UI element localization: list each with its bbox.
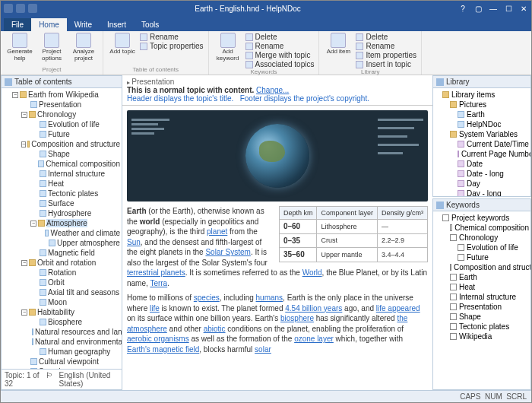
rename-keyword-button[interactable]: Rename: [245, 42, 315, 50]
keyword-item[interactable]: Evolution of life: [458, 243, 529, 252]
tab-file[interactable]: File: [4, 18, 31, 31]
checkbox[interactable]: [450, 313, 457, 320]
tree-node[interactable]: Upper atmosphere: [40, 238, 120, 248]
link-magnetic[interactable]: Earth's magnetic field: [127, 345, 199, 354]
tree-node[interactable]: Day: [458, 179, 529, 189]
keyword-item[interactable]: Shape: [450, 312, 529, 322]
keyword-item[interactable]: Heat: [450, 282, 529, 292]
expand-toggle-icon[interactable]: −: [21, 260, 27, 266]
keyword-item[interactable]: Chronology: [450, 233, 529, 243]
expand-toggle-icon[interactable]: −: [30, 221, 36, 227]
associated-topics-button[interactable]: Associated topics: [245, 60, 315, 68]
tree-node[interactable]: Natural and environmental hazards: [30, 337, 120, 347]
tree-root[interactable]: −Earth from Wikipedia: [12, 90, 120, 100]
project-options-button[interactable]: Project options: [37, 33, 66, 62]
tree-node[interactable]: Natural resources and land use: [30, 327, 120, 337]
tree-node[interactable]: Heat: [30, 179, 120, 189]
tree-root[interactable]: Library items: [442, 90, 529, 100]
tab-write[interactable]: Write: [67, 18, 100, 31]
link-life-appeared[interactable]: life appeared: [376, 304, 420, 313]
checkbox[interactable]: [450, 323, 457, 330]
link-life[interactable]: life: [150, 304, 160, 313]
expand-toggle-icon[interactable]: −: [21, 112, 27, 118]
checkbox[interactable]: [458, 244, 464, 251]
qat-save-icon[interactable]: [16, 4, 25, 13]
keyword-item[interactable]: Wikipedia: [450, 332, 529, 341]
tree-node[interactable]: Moon: [30, 297, 120, 307]
add-keyword-button[interactable]: Add keyword: [214, 33, 242, 68]
expand-toggle-icon[interactable]: −: [12, 92, 18, 98]
checkbox[interactable]: [450, 224, 452, 231]
checkbox[interactable]: [450, 274, 457, 281]
link-terrestrial[interactable]: terrestrial planets: [127, 268, 185, 277]
tab-tools[interactable]: Tools: [134, 18, 166, 31]
link-solar[interactable]: solar: [255, 345, 271, 354]
tree-node[interactable]: Orbit: [30, 278, 120, 287]
delete-item-button[interactable]: Delete: [356, 33, 416, 41]
maximize-icon[interactable]: ☐: [504, 4, 513, 13]
keyword-item[interactable]: Tectonic plates: [450, 322, 529, 332]
link-sun[interactable]: Sun: [127, 238, 141, 246]
delete-keyword-button[interactable]: Delete: [245, 33, 315, 41]
keyword-item[interactable]: Composition and structure: [450, 262, 529, 272]
qat-icon[interactable]: [4, 4, 13, 13]
checkbox[interactable]: [450, 333, 457, 340]
tree-root[interactable]: Project keywords: [442, 213, 529, 223]
keyword-item[interactable]: Chemical composition: [450, 223, 529, 233]
link-humans[interactable]: humans: [256, 294, 283, 302]
analyze-project-button[interactable]: Analyze project: [69, 33, 98, 62]
tree-node[interactable]: Evolution of life: [30, 119, 120, 129]
tab-insert[interactable]: Insert: [100, 18, 134, 31]
tree-node[interactable]: Future: [30, 129, 120, 139]
checkbox[interactable]: [450, 303, 457, 310]
tree-node[interactable]: Cultural viewpoint: [21, 357, 120, 367]
tree-node[interactable]: Chemical composition: [30, 159, 120, 169]
tree-node[interactable]: Hydrosphere: [30, 208, 120, 218]
tree-node[interactable]: −Composition and structure: [21, 139, 120, 149]
checkbox[interactable]: [458, 254, 464, 261]
link-solar-system[interactable]: Solar System: [205, 248, 250, 256]
checkbox[interactable]: [450, 264, 451, 271]
topic-properties-button[interactable]: Topic properties: [140, 42, 204, 50]
tree-node[interactable]: Rotation: [30, 268, 120, 278]
rename-topic-button[interactable]: Rename: [140, 33, 204, 41]
tree-node[interactable]: Presentation: [21, 100, 120, 109]
link-terra[interactable]: Terra: [150, 279, 167, 287]
tree-node[interactable]: Surface: [30, 198, 120, 208]
item-properties-button[interactable]: Item properties: [356, 51, 416, 59]
qat-undo-icon[interactable]: [28, 4, 37, 13]
close-icon[interactable]: ✕: [519, 4, 528, 13]
keyword-item[interactable]: Presentation: [450, 302, 529, 312]
expand-toggle-icon[interactable]: −: [21, 309, 27, 316]
link-planet[interactable]: planet: [207, 227, 227, 236]
tree-node[interactable]: Weather and climate: [40, 228, 120, 238]
add-topic-button[interactable]: Add topic: [108, 33, 137, 56]
tree-node[interactable]: Current Date/Time: [458, 139, 529, 149]
editor-body[interactable]: Depth kmComponent layerDensity g/cm³0–60…: [122, 106, 432, 390]
minimize-icon[interactable]: —: [489, 4, 498, 13]
tree-node[interactable]: Shape: [30, 149, 120, 159]
rename-item-button[interactable]: Rename: [356, 42, 416, 50]
generate-help-button[interactable]: Generate help: [5, 33, 34, 62]
tree-node[interactable]: HelpNDoc: [458, 119, 529, 129]
tree-node[interactable]: Earth: [458, 109, 529, 119]
tree-node[interactable]: −Atmosphere: [30, 218, 120, 228]
link-biosphere[interactable]: biosphere: [280, 314, 314, 322]
tree-node[interactable]: Magnetic field: [30, 248, 120, 258]
link-age[interactable]: 4.54 billion years: [285, 304, 342, 313]
ribbon-toggle-icon[interactable]: ▢: [473, 4, 483, 13]
keyword-item[interactable]: Internal structure: [450, 292, 529, 302]
help-icon[interactable]: ?: [458, 4, 467, 13]
tree-node[interactable]: Pictures: [450, 100, 529, 109]
tree-node[interactable]: Biosphere: [30, 317, 120, 327]
link-aerobic[interactable]: aerobic organisms: [127, 335, 189, 343]
checkbox[interactable]: [450, 294, 457, 300]
keyword-item[interactable]: Future: [458, 252, 529, 262]
link-species[interactable]: species: [194, 294, 220, 302]
tree-node[interactable]: −Habitability: [21, 307, 120, 317]
tree-node[interactable]: Date - long: [458, 169, 529, 179]
checkbox[interactable]: [450, 234, 457, 241]
expand-toggle-icon[interactable]: −: [21, 141, 26, 148]
insert-in-topic-button[interactable]: Insert in topic: [356, 60, 416, 68]
tree-node[interactable]: −Chronology: [21, 109, 120, 119]
